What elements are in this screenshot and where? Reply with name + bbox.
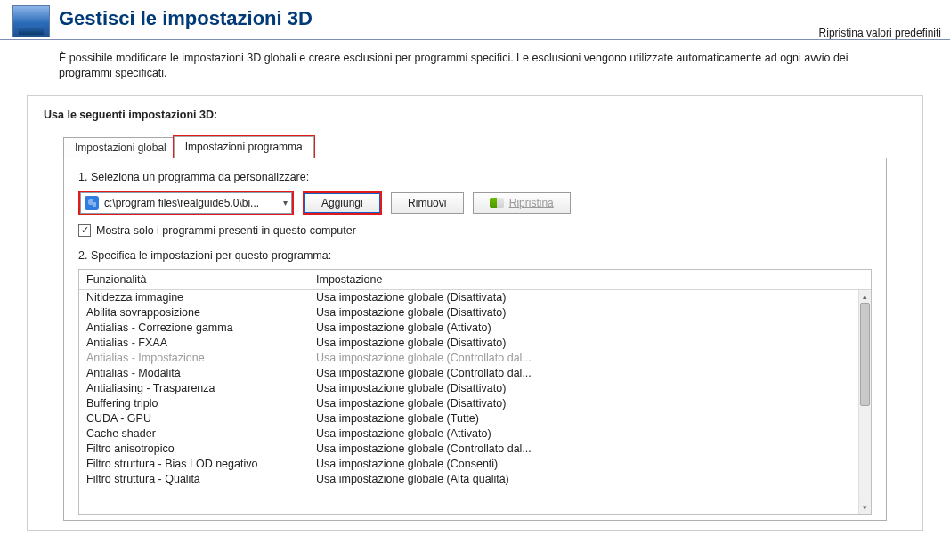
table-row[interactable]: Antialias - ModalitàUsa impostazione glo… — [79, 366, 858, 381]
program-dropdown[interactable]: c:\program files\realguide5.0\bi... ▾ — [80, 192, 292, 214]
feature-cell: CUDA - GPU — [86, 412, 316, 425]
table-row[interactable]: Buffering triploUsa impostazione globale… — [79, 396, 858, 411]
step2-label: 2. Specifica le impostazioni per questo … — [78, 249, 872, 262]
table-body: Nitidezza immagineUsa impostazione globa… — [79, 290, 858, 487]
restore-defaults-link[interactable]: Ripristina valori predefiniti — [819, 27, 941, 39]
feature-cell: Antialias - Correzione gamma — [86, 321, 316, 334]
setting-cell: Usa impostazione globale (Disattivato) — [316, 306, 851, 319]
step1-label: 1. Seleziona un programma da personalizz… — [78, 171, 872, 183]
nvidia-icon — [490, 198, 504, 208]
tab-program[interactable]: Impostazioni programma — [174, 136, 314, 158]
table-row[interactable]: Antialiasing - TrasparenzaUsa impostazio… — [79, 381, 858, 396]
setting-cell: Usa impostazione globale (Disattivata) — [316, 291, 851, 304]
nvidia-logo — [12, 5, 50, 37]
page-description: È possibile modificare le impostazioni 3… — [0, 40, 950, 95]
table-row[interactable]: Antialias - Correzione gammaUsa impostaz… — [79, 321, 858, 336]
setting-cell: Usa impostazione globale (Controllato da… — [316, 442, 851, 455]
feature-cell: Nitidezza immagine — [86, 291, 316, 304]
setting-cell: Usa impostazione globale (Disattivato) — [316, 397, 851, 410]
table-row[interactable]: Nitidezza immagineUsa impostazione globa… — [79, 290, 858, 305]
program-dropdown-value: c:\program files\realguide5.0\bi... — [104, 197, 259, 209]
setting-cell: Usa impostazione globale (Attivato) — [316, 321, 851, 334]
remove-button[interactable]: Rimuovi — [391, 192, 464, 214]
tab-program-highlight: Impostazioni programma — [173, 135, 315, 158]
page-title: Gestisci le impostazioni 3D — [59, 7, 819, 30]
show-only-installed-label: Mostra solo i programmi presenti in ques… — [96, 224, 356, 237]
table-header: Funzionalità Impostazione — [79, 270, 871, 290]
program-select-row: c:\program files\realguide5.0\bi... ▾ Ag… — [78, 191, 872, 215]
page-header: Gestisci le impostazioni 3D Ripristina v… — [0, 0, 950, 40]
setting-cell: Usa impostazione globale (Disattivato) — [316, 337, 851, 349]
feature-cell: Abilita sovrapposizione — [86, 306, 316, 319]
chevron-down-icon: ▾ — [283, 198, 288, 207]
table-row[interactable]: Antialias - ImpostazioneUsa impostazione… — [79, 351, 858, 366]
table-row[interactable]: Antialias - FXAAUsa impostazione globale… — [79, 336, 858, 351]
feature-cell: Antialiasing - Trasparenza — [86, 382, 316, 394]
col-setting[interactable]: Impostazione — [316, 273, 864, 286]
scroll-thumb[interactable] — [860, 303, 870, 406]
card-title: Usa le seguenti impostazioni 3D: — [44, 109, 906, 121]
table-row[interactable]: Filtro struttura - QualitàUsa impostazio… — [79, 472, 858, 487]
show-only-installed-row[interactable]: ✓ Mostra solo i programmi presenti in qu… — [78, 224, 872, 237]
restore-profile-label: Ripristina — [509, 197, 554, 209]
feature-cell: Filtro struttura - Bias LOD negativo — [86, 458, 316, 470]
table-row[interactable]: Filtro struttura - Bias LOD negativoUsa … — [79, 457, 858, 472]
setting-cell: Usa impostazione globale (Alta qualità) — [316, 473, 851, 485]
restore-profile-button[interactable]: Ripristina — [473, 192, 571, 214]
vertical-scrollbar[interactable]: ▴ ▾ — [858, 290, 871, 514]
setting-cell: Usa impostazione globale (Attivato) — [316, 427, 851, 440]
feature-cell: Antialias - FXAA — [86, 337, 316, 349]
add-button-highlight: Aggiungi — [303, 191, 382, 215]
feature-cell: Antialias - Modalità — [86, 367, 316, 379]
tab-strip: Impostazioni global Impostazioni program… — [63, 135, 906, 158]
scroll-down-icon[interactable]: ▾ — [859, 501, 871, 514]
feature-cell: Filtro struttura - Qualità — [86, 473, 316, 485]
tab-body-program: 1. Seleziona un programma da personalizz… — [63, 158, 887, 521]
table-row[interactable]: Filtro anisotropicoUsa impostazione glob… — [79, 442, 858, 457]
app-icon — [85, 196, 99, 210]
settings-card: Usa le seguenti impostazioni 3D: Imposta… — [27, 95, 923, 531]
setting-cell: Usa impostazione globale (Tutte) — [316, 412, 851, 425]
table-row[interactable]: Cache shaderUsa impostazione globale (At… — [79, 426, 858, 442]
table-row[interactable]: Abilita sovrapposizioneUsa impostazione … — [79, 305, 858, 321]
col-feature[interactable]: Funzionalità — [86, 273, 316, 286]
setting-cell: Usa impostazione globale (Consenti) — [316, 458, 851, 470]
setting-cell: Usa impostazione globale (Controllato da… — [316, 367, 851, 379]
settings-table: Funzionalità Impostazione Nitidezza imma… — [78, 269, 872, 515]
table-body-scroll: Nitidezza immagineUsa impostazione globa… — [79, 290, 871, 514]
feature-cell: Filtro anisotropico — [86, 442, 316, 455]
setting-cell: Usa impostazione globale (Controllato da… — [316, 352, 851, 364]
show-only-installed-checkbox[interactable]: ✓ — [78, 224, 91, 237]
feature-cell: Cache shader — [86, 427, 316, 440]
scroll-up-icon[interactable]: ▴ — [859, 290, 871, 303]
setting-cell: Usa impostazione globale (Disattivato) — [316, 382, 851, 394]
program-dropdown-highlight: c:\program files\realguide5.0\bi... ▾ — [78, 191, 294, 215]
feature-cell: Buffering triplo — [86, 397, 316, 410]
scroll-track[interactable] — [859, 303, 871, 501]
feature-cell: Antialias - Impostazione — [86, 352, 316, 364]
table-row[interactable]: CUDA - GPUUsa impostazione globale (Tutt… — [79, 411, 858, 426]
tab-global[interactable]: Impostazioni global — [63, 137, 178, 158]
add-button[interactable]: Aggiungi — [304, 193, 380, 213]
